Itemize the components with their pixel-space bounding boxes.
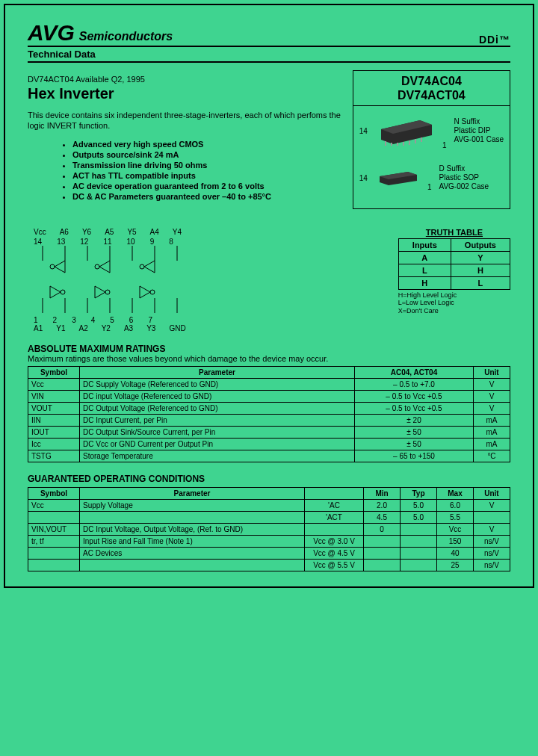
td: Icc <box>28 438 80 450</box>
th <box>305 487 364 499</box>
pin-num: 4 <box>91 316 96 324</box>
legend-line: X=Don't Care <box>398 307 510 315</box>
pin: Vcc <box>34 228 46 236</box>
pin-num: 2 <box>53 316 58 324</box>
pin: A4 <box>150 228 159 236</box>
pin-num: 6 <box>129 316 134 324</box>
pin: Y2 <box>102 324 111 332</box>
svg-marker-18 <box>55 261 65 273</box>
td: tr, tf <box>28 535 80 547</box>
pin-num: 13 <box>57 238 65 246</box>
pin-num: 9 <box>150 238 155 246</box>
truth-table: TRUTH TABLE Inputs Outputs A Y L H H L <box>398 228 510 315</box>
feature-item: AC device operation guaranteed from 2 to… <box>72 182 341 190</box>
td: DC Input Current, per Pin <box>80 414 355 426</box>
pin-label: 14 <box>359 174 368 182</box>
pin: Y1 <box>56 324 65 332</box>
td: V <box>474 378 510 390</box>
truth-title: TRUTH TABLE <box>398 228 510 237</box>
td <box>364 535 401 547</box>
td: IOUT <box>28 426 80 438</box>
td: Vcc @ 5.5 V <box>305 559 364 571</box>
td: Supply Voltage <box>80 499 305 511</box>
package-sop: 14 1 D Suffix Plastic SOP AVG-002 Case <box>359 164 504 191</box>
td: °C <box>474 450 510 462</box>
td: ± 50 <box>355 438 474 450</box>
legend-line: L=Low Level Logic <box>398 299 510 307</box>
part-number: DV74AC04 <box>368 74 495 88</box>
td <box>401 535 437 547</box>
amr-title: ABSOLUTE MAXIMUM RATINGS <box>28 344 510 354</box>
pkg-type: Plastic SOP <box>439 173 489 182</box>
pkg-type: Plastic DIP <box>454 126 504 135</box>
amr-table: Symbol Parameter AC04, ACT04 Unit VccDC … <box>28 366 510 462</box>
td: DC Output Voltage (Referenced to GND) <box>80 402 355 414</box>
pin-num: 5 <box>110 316 114 324</box>
td: IIN <box>28 414 80 426</box>
svg-point-21 <box>95 264 99 269</box>
td: mA <box>474 426 510 438</box>
td: VIN,VOUT <box>28 523 80 535</box>
td: mA <box>474 414 510 426</box>
feature-item: DC & AC Parameters guaranteed over –40 t… <box>72 192 341 201</box>
td <box>28 547 80 559</box>
svg-point-25 <box>61 290 65 294</box>
goc-table: Symbol Parameter Min Typ Max Unit VccSup… <box>28 487 510 571</box>
pin-num: 10 <box>127 238 135 246</box>
th: Unit <box>474 487 510 499</box>
svg-marker-26 <box>95 286 105 298</box>
td: 150 <box>437 535 474 547</box>
svg-point-19 <box>50 264 55 269</box>
brand-sub: Semiconductors <box>79 30 173 43</box>
feature-item: Outputs source/sink 24 mA <box>72 150 341 159</box>
pin: Y5 <box>127 228 136 236</box>
td <box>305 523 364 535</box>
td: 5.5 <box>437 511 474 523</box>
td: Vcc <box>28 499 80 511</box>
ddi-mark: DDi™ <box>479 34 510 46</box>
header-bar: AVG Semiconductors DDi™ <box>28 20 510 47</box>
td <box>80 511 305 523</box>
th: Unit <box>474 366 510 378</box>
th: Typ <box>401 487 437 499</box>
th: Max <box>437 487 474 499</box>
td: TSTG <box>28 450 80 462</box>
td: ns/V <box>474 559 510 571</box>
td: 'ACT <box>305 511 364 523</box>
pin-num: 12 <box>80 238 88 246</box>
part-number-box: DV74AC04 DV74ACT04 14 <box>353 70 510 209</box>
td: L <box>398 264 451 276</box>
pin-label: 1 <box>427 183 432 191</box>
td: 4.5 <box>364 511 401 523</box>
td: V <box>474 499 510 511</box>
legend-line: H=High Level Logic <box>398 291 510 300</box>
td: – 0.5 to +7.0 <box>355 378 474 390</box>
th: Inputs <box>398 238 451 251</box>
availability-note: DV74ACT04 Available Q2, 1995 <box>28 75 341 84</box>
feature-item: ACT has TTL compatible inputs <box>72 171 341 180</box>
td: H <box>398 276 451 289</box>
td: Vcc <box>28 378 80 390</box>
svg-marker-20 <box>99 261 110 273</box>
svg-point-27 <box>105 290 110 294</box>
td: 40 <box>437 547 474 559</box>
logo-text: AVG <box>28 20 75 46</box>
td: DC Output Sink/Source Current, per Pin <box>80 426 355 438</box>
datasheet-page: AVG Semiconductors DDi™ Technical Data D… <box>4 4 534 588</box>
pin-label: 14 <box>359 127 368 135</box>
pin-num: 8 <box>169 238 173 246</box>
td: ± 50 <box>355 426 474 438</box>
td <box>28 559 80 571</box>
part-title: Hex Inverter <box>28 85 341 102</box>
td: H <box>451 264 510 276</box>
td: V <box>474 390 510 402</box>
part-number: DV74ACT04 <box>368 88 495 102</box>
td: Vcc <box>437 523 474 535</box>
td: 0 <box>364 523 401 535</box>
pkg-case: AVG-001 Case <box>454 135 504 144</box>
svg-point-29 <box>150 290 155 294</box>
td: 2.0 <box>364 499 401 511</box>
pin-num: 14 <box>34 238 42 246</box>
svg-marker-22 <box>144 261 155 273</box>
td: ns/V <box>474 535 510 547</box>
